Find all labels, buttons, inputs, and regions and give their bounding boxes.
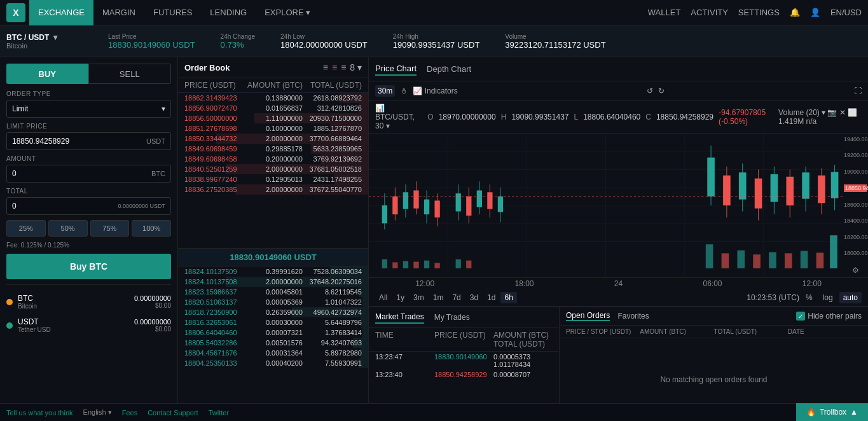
sell-tab[interactable]: SELL: [88, 64, 172, 84]
limit-price-input[interactable]: [7, 133, 141, 149]
ob-bid-row[interactable]: 18824.10137508 2.00000000 37648.20275016: [178, 277, 368, 287]
tp-1y-btn[interactable]: 1y: [392, 292, 408, 303]
ob-ask-row[interactable]: 18851.27678698 0.10000000 1885.12767870: [178, 123, 368, 134]
ob-bid-row[interactable]: 18805.54032286 0.00501576 94.32407693: [178, 338, 368, 348]
nav-exchange[interactable]: EXCHANGE: [29, 0, 93, 25]
pct-75-btn[interactable]: 75%: [90, 220, 130, 237]
ob-list-icon[interactable]: ≡: [332, 62, 337, 72]
ob-bid-row[interactable]: 18820.51063137 0.00005369 1.01047322: [178, 297, 368, 307]
ob-ask-row[interactable]: 18856.90072470 0.01656837 312.42810826: [178, 103, 368, 113]
ob-ask-row[interactable]: 18856.50000000 1.11000000 20930.71500000: [178, 113, 368, 123]
tab-depth-chart[interactable]: Depth Chart: [427, 63, 471, 75]
tp-all-btn[interactable]: All: [375, 292, 391, 303]
amount-input[interactable]: [7, 165, 146, 182]
tp-6h-btn[interactable]: 6h: [500, 292, 516, 303]
hide-other-pairs[interactable]: ✓ Hide other pairs: [796, 312, 862, 321]
ob-ask-row[interactable]: 18849.60698458 0.20000000 3769.92139692: [178, 154, 368, 164]
order-type-label: ORDER TYPE: [6, 90, 171, 97]
ob-menu-icon[interactable]: ≡: [323, 62, 328, 72]
user-icon[interactable]: 👤: [810, 8, 820, 17]
ob-title: Order Book: [184, 63, 319, 72]
footer-twitter[interactable]: Twitter: [209, 409, 229, 417]
ob-ask-row[interactable]: 18840.52501259 2.00000000 37681.05002518: [178, 164, 368, 174]
tab-favorites[interactable]: Favorites: [617, 312, 649, 321]
pct-50-btn[interactable]: 50%: [48, 220, 88, 237]
tp-3d-btn[interactable]: 3d: [466, 292, 482, 303]
svg-rect-36: [723, 176, 731, 205]
ob-size-selector[interactable]: 8 ▾: [350, 62, 362, 72]
tab-price-chart[interactable]: Price Chart: [375, 62, 417, 76]
nav-lending[interactable]: LENDING: [201, 0, 256, 25]
ob-ask-row[interactable]: 18836.27520385 2.00000000 37672.55040770: [178, 184, 368, 195]
pair-selector[interactable]: BTC / USDT ▼ Bitcoin: [6, 33, 83, 50]
tp-7d-btn[interactable]: 7d: [448, 292, 464, 303]
time-axis: 12:00 18:00 24 06:00 12:00: [369, 277, 868, 289]
pct-100-btn[interactable]: 100%: [132, 220, 171, 237]
tab-my-trades[interactable]: My Trades: [434, 312, 470, 323]
ob-bid-row[interactable]: 18804.45671676 0.00031364 5.89782980: [178, 348, 368, 358]
fullscreen-icon[interactable]: ⛶: [854, 86, 862, 95]
svg-rect-66: [801, 251, 808, 268]
trollbox-button[interactable]: 🔥 Trollbox ▲: [796, 403, 868, 421]
nav-activity[interactable]: ACTIVITY: [691, 8, 728, 17]
footer-feedback[interactable]: Tell us what you think: [6, 409, 73, 417]
interval-30m-btn[interactable]: 30m: [375, 85, 395, 97]
nav-futures[interactable]: FUTURES: [144, 0, 201, 25]
trades-list: 13:23:47 18830.90149060 0.000053731.0117…: [369, 352, 559, 380]
limit-price-group: LIMIT PRICE USDT: [6, 123, 171, 150]
candle-type-icon[interactable]: 🕯: [400, 86, 408, 95]
auto-zoom-btn[interactable]: auto: [839, 292, 862, 303]
nav-settings[interactable]: SETTINGS: [738, 8, 780, 17]
tab-market-trades[interactable]: Market Trades: [375, 311, 424, 324]
nav-explore[interactable]: EXPLORE ▾: [256, 0, 319, 25]
ob-bid-row[interactable]: 18816.32653061 0.00030000 5.64489796: [178, 317, 368, 328]
indicators-btn[interactable]: 📈 Indicators: [413, 86, 457, 95]
pair-name: BTC / USDT ▼: [6, 33, 83, 42]
total-input[interactable]: [7, 198, 113, 214]
footer-language[interactable]: English ▾: [83, 408, 112, 417]
nav-wallet[interactable]: WALLET: [648, 8, 681, 17]
notification-icon[interactable]: 🔔: [790, 8, 800, 17]
buy-tab[interactable]: BUY: [6, 64, 88, 84]
ob-ask-row[interactable]: 18838.99677240 0.12905013 2431.17498255: [178, 174, 368, 184]
svg-rect-44: [786, 177, 794, 205]
footer-support[interactable]: Contact Support: [148, 409, 198, 417]
candle-19: [818, 169, 825, 215]
ob-split-icon[interactable]: ≡: [341, 62, 346, 72]
order-type-select[interactable]: Limit ▾: [6, 100, 171, 118]
undo-icon[interactable]: ↺: [647, 86, 653, 95]
redo-icon[interactable]: ↻: [658, 86, 665, 95]
ob-bid-row[interactable]: 18823.15986637 0.00045801 8.62119545: [178, 287, 368, 297]
svg-rect-55: [413, 262, 418, 268]
ob-ask-row[interactable]: 18849.60698459 0.29885178 5633.23859965: [178, 144, 368, 154]
pct-zoom-btn[interactable]: %: [802, 292, 816, 303]
footer-fees[interactable]: Fees: [122, 409, 137, 417]
log-zoom-btn[interactable]: log: [819, 292, 837, 303]
nav-margin[interactable]: MARGIN: [93, 0, 144, 25]
svg-rect-68: [830, 235, 837, 268]
ob-ask-row[interactable]: 18850.33444732 2.00000000 37700.66889464: [178, 134, 368, 144]
ob-ask-row[interactable]: 18862.31439423 0.13880000 2618.08923792: [178, 93, 368, 103]
candle-13: [723, 167, 731, 217]
pct-25-btn[interactable]: 25%: [6, 220, 46, 237]
tp-3m-btn[interactable]: 3m: [410, 292, 428, 303]
svg-rect-32: [498, 197, 503, 212]
nav-right: WALLET ACTIVITY SETTINGS 🔔 👤 EN/USD: [648, 8, 862, 17]
volume-info[interactable]: Volume (20) ▾ 📷 ✕ ⬜ 1.419M n/a: [778, 108, 862, 126]
ob-bid-row[interactable]: 18806.64040460 0.00007321 1.37683414: [178, 328, 368, 338]
tp-1d-btn[interactable]: 1d: [483, 292, 499, 303]
ob-header: Order Book ≡ ≡ ≡ 8 ▾: [178, 57, 368, 78]
svg-rect-57: [434, 263, 439, 268]
ob-bid-row[interactable]: 18824.10137509 0.39991620 7528.06309034: [178, 266, 368, 277]
ob-bid-row[interactable]: 18818.72350900 0.26359000 4960.42732974: [178, 307, 368, 317]
locale-selector[interactable]: EN/USD: [830, 8, 862, 17]
tp-1m-btn[interactable]: 1m: [429, 292, 448, 303]
buy-btc-button[interactable]: Buy BTC: [6, 254, 171, 279]
logo-icon[interactable]: X: [6, 3, 25, 22]
svg-rect-50: [831, 172, 839, 198]
settings-icon[interactable]: ⚙: [844, 266, 867, 275]
tab-open-orders[interactable]: Open Orders: [566, 311, 610, 321]
last-price-value: 18830.90149060 USDT: [108, 40, 195, 50]
hide-pairs-checkbox[interactable]: ✓: [796, 312, 805, 321]
ob-bid-row[interactable]: 18804.25350133 0.00040200 7.55930991: [178, 358, 368, 368]
